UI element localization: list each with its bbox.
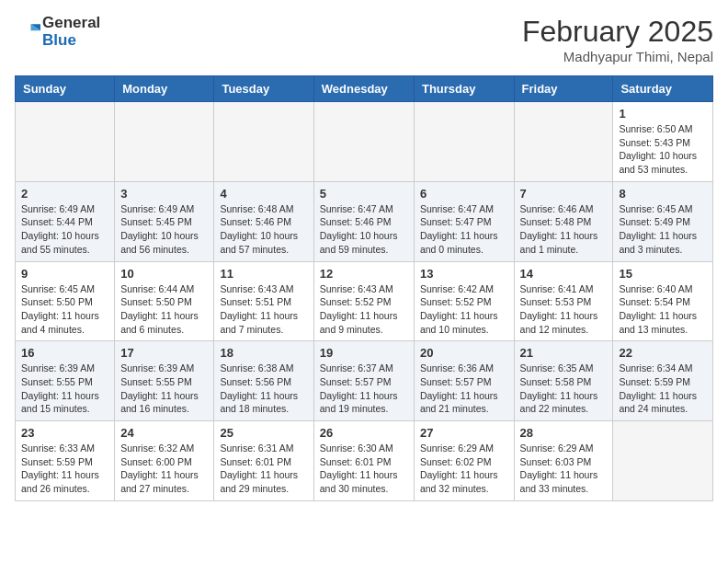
- day-number: 19: [320, 346, 408, 360]
- col-friday: Friday: [514, 76, 613, 102]
- title-block: February 2025 Madhyapur Thimi, Nepal: [522, 15, 713, 64]
- col-monday: Monday: [115, 76, 214, 102]
- day-number: 17: [120, 346, 208, 360]
- calendar-header-row: Sunday Monday Tuesday Wednesday Thursday…: [16, 76, 713, 102]
- day-info: Sunrise: 6:31 AMSunset: 6:01 PMDaylight:…: [220, 442, 307, 496]
- day-info: Sunrise: 6:47 AMSunset: 5:46 PMDaylight:…: [320, 202, 408, 257]
- calendar-cell: 6Sunrise: 6:47 AMSunset: 5:47 PMDaylight…: [414, 181, 514, 261]
- day-number: 12: [320, 267, 408, 281]
- month-title: February 2025: [522, 15, 713, 49]
- page-header: General Blue February 2025 Madhyapur Thi…: [15, 15, 713, 64]
- calendar-week-row: 23Sunrise: 6:33 AMSunset: 5:59 PMDayligh…: [16, 421, 713, 501]
- day-number: 22: [619, 346, 707, 360]
- day-number: 14: [520, 267, 608, 281]
- day-info: Sunrise: 6:37 AMSunset: 5:57 PMDaylight:…: [320, 362, 408, 416]
- col-saturday: Saturday: [613, 76, 713, 102]
- logo-text: General Blue: [42, 15, 100, 49]
- day-number: 27: [420, 426, 508, 440]
- calendar-cell: 25Sunrise: 6:31 AMSunset: 6:01 PMDayligh…: [214, 421, 313, 501]
- calendar-cell: [115, 102, 214, 182]
- day-info: Sunrise: 6:42 AMSunset: 5:52 PMDaylight:…: [420, 282, 508, 337]
- day-number: 16: [21, 346, 108, 360]
- calendar-cell: [16, 102, 115, 182]
- calendar-cell: 3Sunrise: 6:49 AMSunset: 5:45 PMDaylight…: [115, 181, 214, 261]
- day-info: Sunrise: 6:29 AMSunset: 6:03 PMDaylight:…: [520, 442, 608, 496]
- calendar-cell: 19Sunrise: 6:37 AMSunset: 5:57 PMDayligh…: [313, 341, 414, 421]
- calendar-cell: [214, 102, 313, 182]
- calendar-cell: 1Sunrise: 6:50 AMSunset: 5:43 PMDaylight…: [613, 102, 713, 182]
- calendar-cell: 18Sunrise: 6:38 AMSunset: 5:56 PMDayligh…: [214, 341, 313, 421]
- calendar-cell: [514, 102, 613, 182]
- day-number: 6: [420, 187, 508, 201]
- day-info: Sunrise: 6:39 AMSunset: 5:55 PMDaylight:…: [120, 362, 208, 416]
- calendar-cell: 16Sunrise: 6:39 AMSunset: 5:55 PMDayligh…: [16, 341, 115, 421]
- day-number: 2: [21, 187, 108, 201]
- calendar-week-row: 16Sunrise: 6:39 AMSunset: 5:55 PMDayligh…: [16, 341, 713, 421]
- calendar-cell: 21Sunrise: 6:35 AMSunset: 5:58 PMDayligh…: [514, 341, 613, 421]
- calendar-cell: 27Sunrise: 6:29 AMSunset: 6:02 PMDayligh…: [414, 421, 514, 501]
- calendar-cell: 23Sunrise: 6:33 AMSunset: 5:59 PMDayligh…: [16, 421, 115, 501]
- day-number: 26: [320, 426, 408, 440]
- calendar-table: Sunday Monday Tuesday Wednesday Thursday…: [15, 75, 713, 501]
- calendar-cell: 12Sunrise: 6:43 AMSunset: 5:52 PMDayligh…: [313, 261, 414, 341]
- calendar-cell: 9Sunrise: 6:45 AMSunset: 5:50 PMDaylight…: [16, 261, 115, 341]
- day-info: Sunrise: 6:49 AMSunset: 5:45 PMDaylight:…: [120, 202, 208, 257]
- day-number: 21: [520, 346, 608, 360]
- calendar-week-row: 2Sunrise: 6:49 AMSunset: 5:44 PMDaylight…: [16, 181, 713, 261]
- calendar-week-row: 1Sunrise: 6:50 AMSunset: 5:43 PMDaylight…: [16, 102, 713, 182]
- calendar-cell: 20Sunrise: 6:36 AMSunset: 5:57 PMDayligh…: [414, 341, 514, 421]
- day-number: 18: [220, 346, 307, 360]
- day-info: Sunrise: 6:43 AMSunset: 5:52 PMDaylight:…: [320, 282, 408, 337]
- day-number: 8: [619, 187, 707, 201]
- calendar-week-row: 9Sunrise: 6:45 AMSunset: 5:50 PMDaylight…: [16, 261, 713, 341]
- day-number: 3: [120, 187, 208, 201]
- day-info: Sunrise: 6:29 AMSunset: 6:02 PMDaylight:…: [420, 442, 508, 496]
- calendar-cell: 4Sunrise: 6:48 AMSunset: 5:46 PMDaylight…: [214, 181, 313, 261]
- calendar-cell: 5Sunrise: 6:47 AMSunset: 5:46 PMDaylight…: [313, 181, 414, 261]
- calendar-cell: 2Sunrise: 6:49 AMSunset: 5:44 PMDaylight…: [16, 181, 115, 261]
- calendar-cell: 17Sunrise: 6:39 AMSunset: 5:55 PMDayligh…: [115, 341, 214, 421]
- col-sunday: Sunday: [16, 76, 115, 102]
- day-number: 25: [220, 426, 307, 440]
- col-wednesday: Wednesday: [313, 76, 414, 102]
- day-info: Sunrise: 6:39 AMSunset: 5:55 PMDaylight:…: [21, 362, 108, 416]
- calendar-cell: 10Sunrise: 6:44 AMSunset: 5:50 PMDayligh…: [115, 261, 214, 341]
- day-info: Sunrise: 6:32 AMSunset: 6:00 PMDaylight:…: [120, 442, 208, 496]
- day-info: Sunrise: 6:43 AMSunset: 5:51 PMDaylight:…: [220, 282, 307, 337]
- day-info: Sunrise: 6:34 AMSunset: 5:59 PMDaylight:…: [619, 362, 707, 416]
- day-info: Sunrise: 6:47 AMSunset: 5:47 PMDaylight:…: [420, 202, 508, 257]
- day-number: 23: [21, 426, 108, 440]
- day-info: Sunrise: 6:40 AMSunset: 5:54 PMDaylight:…: [619, 282, 707, 337]
- day-info: Sunrise: 6:35 AMSunset: 5:58 PMDaylight:…: [520, 362, 608, 416]
- day-number: 15: [619, 267, 707, 281]
- day-info: Sunrise: 6:44 AMSunset: 5:50 PMDaylight:…: [120, 282, 208, 337]
- calendar-cell: 15Sunrise: 6:40 AMSunset: 5:54 PMDayligh…: [613, 261, 713, 341]
- location: Madhyapur Thimi, Nepal: [522, 49, 713, 64]
- day-number: 11: [220, 267, 307, 281]
- calendar-cell: [613, 421, 713, 501]
- day-number: 10: [120, 267, 208, 281]
- day-number: 24: [120, 426, 208, 440]
- col-thursday: Thursday: [414, 76, 514, 102]
- calendar-cell: [313, 102, 414, 182]
- day-number: 20: [420, 346, 508, 360]
- day-info: Sunrise: 6:46 AMSunset: 5:48 PMDaylight:…: [520, 202, 608, 257]
- day-info: Sunrise: 6:36 AMSunset: 5:57 PMDaylight:…: [420, 362, 508, 416]
- day-number: 4: [220, 187, 307, 201]
- logo-icon: [15, 19, 40, 45]
- calendar-cell: 24Sunrise: 6:32 AMSunset: 6:00 PMDayligh…: [115, 421, 214, 501]
- calendar-cell: 28Sunrise: 6:29 AMSunset: 6:03 PMDayligh…: [514, 421, 613, 501]
- day-number: 9: [21, 267, 108, 281]
- day-number: 13: [420, 267, 508, 281]
- day-number: 28: [520, 426, 608, 440]
- col-tuesday: Tuesday: [214, 76, 313, 102]
- day-info: Sunrise: 6:48 AMSunset: 5:46 PMDaylight:…: [220, 202, 307, 257]
- day-info: Sunrise: 6:50 AMSunset: 5:43 PMDaylight:…: [619, 122, 707, 177]
- calendar-cell: 8Sunrise: 6:45 AMSunset: 5:49 PMDaylight…: [613, 181, 713, 261]
- calendar-cell: 13Sunrise: 6:42 AMSunset: 5:52 PMDayligh…: [414, 261, 514, 341]
- day-info: Sunrise: 6:30 AMSunset: 6:01 PMDaylight:…: [320, 442, 408, 496]
- calendar-cell: 22Sunrise: 6:34 AMSunset: 5:59 PMDayligh…: [613, 341, 713, 421]
- day-number: 1: [619, 107, 707, 121]
- calendar-cell: 26Sunrise: 6:30 AMSunset: 6:01 PMDayligh…: [313, 421, 414, 501]
- day-info: Sunrise: 6:41 AMSunset: 5:53 PMDaylight:…: [520, 282, 608, 337]
